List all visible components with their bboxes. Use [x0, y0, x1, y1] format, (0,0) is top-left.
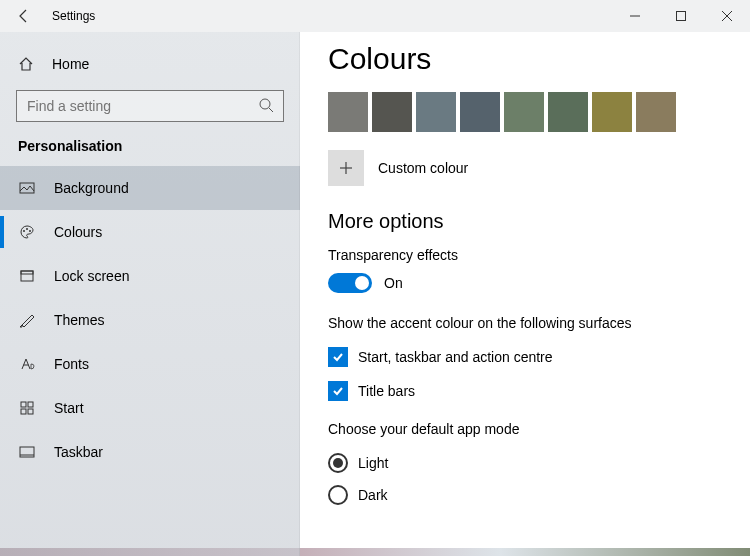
close-button[interactable]	[704, 0, 750, 32]
sidebar-home[interactable]: Home	[0, 42, 300, 86]
radio-light[interactable]	[328, 453, 348, 473]
picture-icon	[18, 180, 36, 196]
themes-icon	[18, 312, 36, 328]
app-mode-label: Choose your default app mode	[328, 421, 722, 437]
sidebar-item-start[interactable]: Start	[0, 386, 300, 430]
palette-icon	[18, 224, 36, 240]
sidebar-item-label: Themes	[54, 312, 105, 328]
transparency-label: Transparency effects	[328, 247, 722, 263]
home-icon	[18, 56, 34, 72]
custom-colour-button[interactable]	[328, 150, 364, 186]
transparency-toggle[interactable]	[328, 273, 372, 293]
accent-surfaces-label: Show the accent colour on the following …	[328, 315, 722, 331]
sidebar-item-fonts[interactable]: Fonts	[0, 342, 300, 386]
colour-swatch[interactable]	[592, 92, 632, 132]
radio-label: Dark	[358, 487, 388, 503]
colour-swatch[interactable]	[504, 92, 544, 132]
checkbox-label: Title bars	[358, 383, 415, 399]
transparency-state: On	[384, 275, 403, 291]
search-input[interactable]	[16, 90, 284, 122]
colour-swatch[interactable]	[372, 92, 412, 132]
svg-rect-12	[21, 409, 26, 414]
colour-swatch[interactable]	[328, 92, 368, 132]
sidebar-item-label: Taskbar	[54, 444, 103, 460]
sidebar-item-label: Background	[54, 180, 129, 196]
colour-swatches	[328, 92, 722, 132]
sidebar-item-themes[interactable]: Themes	[0, 298, 300, 342]
svg-rect-11	[28, 402, 33, 407]
svg-rect-10	[21, 402, 26, 407]
svg-rect-9	[21, 271, 33, 274]
checkbox-start-taskbar[interactable]	[328, 347, 348, 367]
svg-point-7	[29, 230, 31, 232]
page-title: Colours	[328, 42, 722, 76]
sidebar-item-label: Fonts	[54, 356, 89, 372]
checkbox-label: Start, taskbar and action centre	[358, 349, 553, 365]
custom-colour-label: Custom colour	[378, 160, 468, 176]
start-icon	[18, 400, 36, 416]
sidebar-item-taskbar[interactable]: Taskbar	[0, 430, 300, 474]
window-title: Settings	[48, 9, 95, 23]
maximize-button[interactable]	[658, 0, 704, 32]
sidebar: Home Personalisation Background Colours	[0, 32, 300, 556]
svg-point-6	[26, 228, 28, 230]
colour-swatch[interactable]	[548, 92, 588, 132]
svg-rect-1	[677, 12, 686, 21]
main-content: Colours Custom colour More options Trans…	[300, 32, 750, 556]
checkbox-titlebars[interactable]	[328, 381, 348, 401]
sidebar-item-background[interactable]: Background	[0, 166, 300, 210]
search-icon	[258, 97, 274, 113]
sidebar-item-lockscreen[interactable]: Lock screen	[0, 254, 300, 298]
back-button[interactable]	[0, 0, 48, 32]
colour-swatch[interactable]	[416, 92, 456, 132]
radio-label: Light	[358, 455, 388, 471]
svg-point-2	[260, 99, 270, 109]
sidebar-category: Personalisation	[0, 132, 300, 166]
sidebar-item-label: Colours	[54, 224, 102, 240]
titlebar: Settings	[0, 0, 750, 32]
svg-rect-13	[28, 409, 33, 414]
sidebar-item-label: Lock screen	[54, 268, 129, 284]
colour-swatch[interactable]	[460, 92, 500, 132]
more-options-heading: More options	[328, 210, 722, 233]
lockscreen-icon	[18, 268, 36, 284]
fonts-icon	[18, 356, 36, 372]
taskbar-icon	[18, 444, 36, 460]
sidebar-item-label: Start	[54, 400, 84, 416]
sidebar-home-label: Home	[52, 56, 89, 72]
svg-line-3	[269, 108, 273, 112]
sidebar-item-colours[interactable]: Colours	[0, 210, 300, 254]
minimize-button[interactable]	[612, 0, 658, 32]
colour-swatch[interactable]	[636, 92, 676, 132]
svg-rect-8	[21, 271, 33, 281]
radio-dark[interactable]	[328, 485, 348, 505]
svg-point-5	[23, 230, 25, 232]
